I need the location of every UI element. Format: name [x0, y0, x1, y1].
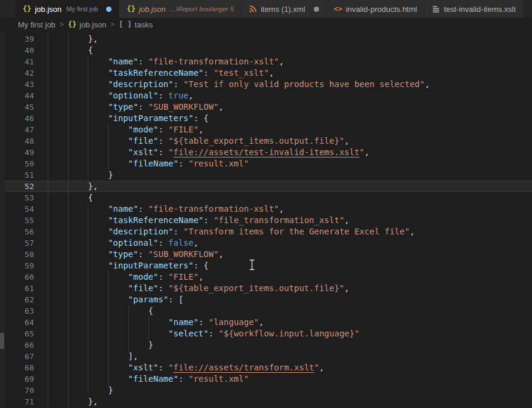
- code-content[interactable]: {: [37, 45, 532, 56]
- code-content[interactable]: "name": "language",: [37, 317, 532, 328]
- code-line-64[interactable]: 64 "name": "language",: [0, 317, 532, 328]
- code-line-40[interactable]: 40 {: [0, 45, 532, 56]
- code-line-59[interactable]: 59 "inputParameters": {: [0, 260, 532, 271]
- code-line-46[interactable]: 46 "inputParameters": {: [0, 113, 532, 124]
- tab-job.json-0[interactable]: {}job.jsonMy first job: [16, 0, 119, 18]
- code-line-62[interactable]: 62 "params": [: [0, 294, 532, 305]
- tab-items-1-.xml-2[interactable]: items (1).xml: [242, 0, 326, 18]
- code-content[interactable]: "description": "Test if only valid produ…: [37, 79, 532, 90]
- file-link[interactable]: file://assets/transform.xslt: [174, 363, 314, 372]
- code-line-41[interactable]: 41 "name": "file-transformation-xslt",: [0, 56, 532, 67]
- code-line-61[interactable]: 61 "file": "${table_export_items.output.…: [0, 283, 532, 294]
- code-line-52[interactable]: 52 },: [0, 181, 532, 192]
- line-number[interactable]: 60: [0, 271, 37, 283]
- code-content[interactable]: {: [37, 192, 532, 203]
- code-content[interactable]: "xslt": "file://assets/transform.xslt",: [37, 362, 532, 373]
- code-content[interactable]: },: [37, 181, 532, 192]
- code-line-54[interactable]: 54 "name": "file-transformation-xslt",: [0, 203, 532, 215]
- editor[interactable]: 39 },40 {41 "name": "file-transformation…: [0, 31, 532, 408]
- code-line-42[interactable]: 42 "taskReferenceName": "test_xslt",: [0, 67, 532, 79]
- code-content[interactable]: "mode": "FILE",: [37, 271, 532, 283]
- code-line-58[interactable]: 58 "type": "SUB_WORKFLOW",: [0, 249, 532, 260]
- modified-dot-icon[interactable]: [106, 7, 112, 12]
- line-number[interactable]: 49: [0, 147, 37, 158]
- code-content[interactable]: }: [37, 385, 532, 396]
- code-content[interactable]: "fileName": "result.xml": [37, 158, 532, 169]
- code-content[interactable]: "params": [: [37, 294, 532, 305]
- code-content[interactable]: "taskReferenceName": "test_xslt",: [37, 67, 532, 79]
- code-line-71[interactable]: 71 },: [0, 396, 532, 407]
- code-content[interactable]: }: [37, 339, 532, 351]
- left-scrollbar-thumb[interactable]: [0, 333, 4, 349]
- line-number[interactable]: 45: [0, 101, 37, 113]
- code-line-65[interactable]: 65 "select": "${workflow.input.language}…: [0, 328, 532, 339]
- line-number[interactable]: 48: [0, 135, 37, 147]
- code-line-57[interactable]: 57 "optional": false,: [0, 237, 532, 249]
- code-content[interactable]: "xslt": "file://assets/test-invalid-item…: [37, 147, 532, 158]
- code-content[interactable]: "inputParameters": {: [37, 260, 532, 271]
- code-line-60[interactable]: 60 "mode": "FILE",: [0, 271, 532, 283]
- line-number[interactable]: 52: [0, 181, 37, 192]
- code-line-47[interactable]: 47 "mode": "FILE",: [0, 124, 532, 135]
- code-content[interactable]: "name": "file-transformation-xslt",: [37, 203, 532, 215]
- line-number[interactable]: 40: [0, 45, 37, 56]
- line-number[interactable]: 42: [0, 67, 37, 79]
- code-content[interactable]: "optional": true,: [37, 90, 532, 101]
- code-line-68[interactable]: 68 "xslt": "file://assets/transform.xslt…: [0, 362, 532, 373]
- code-content[interactable]: "file": "${table_export_items.output.fil…: [37, 283, 532, 294]
- code-line-66[interactable]: 66 }: [0, 339, 532, 351]
- line-number[interactable]: 54: [0, 203, 37, 215]
- code-line-39[interactable]: 39 },: [0, 33, 532, 45]
- code-line-69[interactable]: 69 "fileName": "result.xml": [0, 373, 532, 385]
- line-number[interactable]: 57: [0, 237, 37, 249]
- line-number[interactable]: 62: [0, 294, 37, 305]
- code-content[interactable]: },: [37, 33, 532, 45]
- breadcrumb-item-job.json[interactable]: {}job.json: [68, 20, 106, 29]
- code-line-43[interactable]: 43 "description": "Test if only valid pr…: [0, 79, 532, 90]
- line-number[interactable]: 68: [0, 362, 37, 373]
- code-content[interactable]: },: [37, 396, 532, 407]
- line-number[interactable]: 39: [0, 33, 37, 45]
- code-content[interactable]: "inputParameters": {: [37, 113, 532, 124]
- line-number[interactable]: 71: [0, 396, 37, 407]
- code-line-51[interactable]: 51 }: [0, 169, 532, 181]
- line-number[interactable]: 67: [0, 351, 37, 362]
- code-content[interactable]: "type": "SUB_WORKFLOW",: [37, 101, 532, 113]
- line-number[interactable]: 43: [0, 79, 37, 90]
- code-line-55[interactable]: 55 "taskReferenceName": "file_transforma…: [0, 215, 532, 226]
- code-line-70[interactable]: 70 }: [0, 385, 532, 396]
- line-number[interactable]: 63: [0, 305, 37, 317]
- code-content[interactable]: "fileName": "result.xml": [37, 373, 532, 385]
- file-link[interactable]: file://assets/test-invalid-items.xslt: [174, 147, 360, 157]
- code-content[interactable]: "description": "Transform items for the …: [37, 226, 532, 237]
- tab-test-invalid-items.xslt-4[interactable]: test-invalid-items.xslt: [425, 0, 524, 18]
- code-content[interactable]: {: [37, 305, 532, 317]
- code-content[interactable]: "taskReferenceName": "file_transformatio…: [37, 215, 532, 226]
- line-number[interactable]: 61: [0, 283, 37, 294]
- code-content[interactable]: "type": "SUB_WORKFLOW",: [37, 249, 532, 260]
- code-content[interactable]: "name": "file-transformation-xslt",: [37, 56, 532, 67]
- breadcrumb-item-tasks[interactable]: [ ]tasks: [119, 20, 153, 29]
- modified-dot-icon[interactable]: [314, 7, 319, 12]
- code-content[interactable]: "mode": "FILE",: [37, 124, 532, 135]
- line-number[interactable]: 64: [0, 317, 37, 328]
- code-line-56[interactable]: 56 "description": "Transform items for t…: [0, 226, 532, 237]
- code-content[interactable]: "select": "${workflow.input.language}": [37, 328, 532, 339]
- code-line-50[interactable]: 50 "fileName": "result.xml": [0, 158, 532, 169]
- tab-invalid-products.html-3[interactable]: <>invalid-products.html: [327, 0, 425, 18]
- line-number[interactable]: 50: [0, 158, 37, 169]
- code-line-45[interactable]: 45 "type": "SUB_WORKFLOW",: [0, 101, 532, 113]
- code-line-44[interactable]: 44 "optional": true,: [0, 90, 532, 101]
- line-number[interactable]: 56: [0, 226, 37, 237]
- line-number[interactable]: 47: [0, 124, 37, 135]
- breadcrumb-item-my-first-job[interactable]: My first job: [18, 20, 55, 29]
- line-number[interactable]: 70: [0, 385, 37, 396]
- line-number[interactable]: 65: [0, 328, 37, 339]
- code-line-63[interactable]: 63 {: [0, 305, 532, 317]
- code-line-67[interactable]: 67 ],: [0, 351, 532, 362]
- line-number[interactable]: 58: [0, 249, 37, 260]
- line-number[interactable]: 59: [0, 260, 37, 271]
- code-line-49[interactable]: 49 "xslt": "file://assets/test-invalid-i…: [0, 147, 532, 158]
- code-line-53[interactable]: 53 {: [0, 192, 532, 203]
- line-number[interactable]: 51: [0, 169, 37, 181]
